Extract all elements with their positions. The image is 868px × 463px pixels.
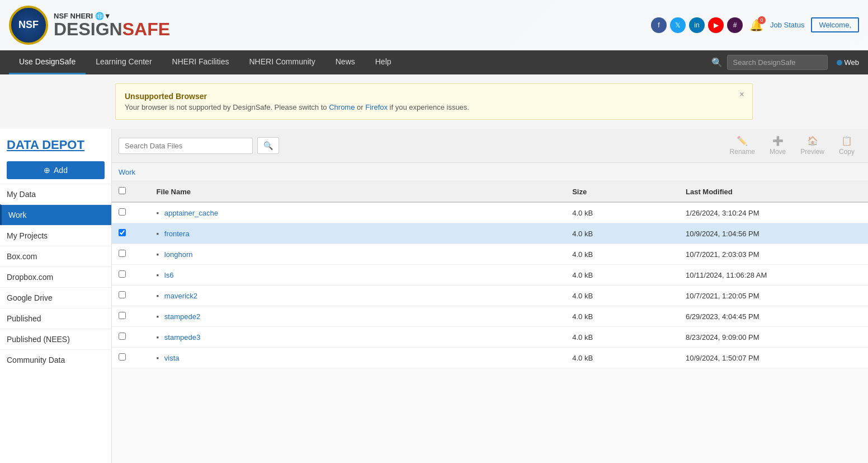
sidebar-item-dropbox[interactable]: Dropbox.com [0, 266, 111, 287]
row-checkbox-cell [112, 265, 150, 286]
linkedin-icon[interactable]: in [689, 17, 705, 33]
row-modified-cell: 6/29/2023, 4:04:45 PM [679, 306, 868, 327]
file-link[interactable]: vista [164, 354, 180, 362]
sidebar-item-my-data[interactable]: My Data [0, 184, 111, 204]
select-all-col [112, 181, 150, 202]
row-name-cell: ▪ apptainer_cache [150, 202, 566, 223]
table-row: ▪ stampede2 4.0 kB 6/29/2023, 4:04:45 PM [112, 306, 868, 327]
row-checkbox[interactable] [119, 250, 126, 257]
slack-icon[interactable]: # [727, 17, 743, 33]
search-icon[interactable]: 🔍 [711, 57, 723, 68]
table-row: ▪ vista 4.0 kB 10/9/2024, 1:50:07 PM [112, 348, 868, 368]
row-checkbox[interactable] [119, 353, 126, 361]
notification-bell[interactable]: 🔔 0 [749, 18, 763, 32]
row-checkbox-cell [112, 327, 150, 348]
sidebar-item-community-data[interactable]: Community Data [0, 349, 111, 370]
row-size-cell: 4.0 kB [565, 265, 679, 286]
file-link[interactable]: frontera [164, 230, 190, 238]
file-table: File Name Size Last Modified ▪ apptainer… [112, 181, 868, 368]
row-size-cell: 4.0 kB [565, 286, 679, 306]
chrome-link[interactable]: Chrome [329, 103, 355, 111]
nav-item-help[interactable]: Help [365, 50, 402, 74]
folder-icon: ▪ [157, 333, 159, 342]
sidebar-item-published-nees[interactable]: Published (NEES) [0, 329, 111, 349]
facebook-icon[interactable]: f [651, 17, 667, 33]
row-size-cell: 4.0 kB [565, 202, 679, 223]
size-header: Size [565, 181, 679, 202]
table-row: ▪ maverick2 4.0 kB 10/7/2021, 1:20:05 PM [112, 286, 868, 306]
copy-button[interactable]: 📋 Copy [832, 132, 861, 159]
table-row: ▪ ls6 4.0 kB 10/11/2024, 11:06:28 AM [112, 265, 868, 286]
search-input[interactable] [727, 55, 828, 70]
alert-banner: Unsupported Browser Your browser is not … [115, 83, 753, 120]
row-checkbox[interactable] [119, 229, 126, 236]
main-layout: DATA DEPOT ⊕ Add My Data Work My Project… [0, 129, 868, 463]
row-modified-cell: 10/7/2021, 1:20:05 PM [679, 286, 868, 306]
twitter-icon[interactable]: 𝕏 [670, 17, 686, 33]
sidebar-item-work[interactable]: Work [0, 204, 111, 225]
sidebar-item-google-drive[interactable]: Google Drive [0, 287, 111, 308]
nav-item-learning-center[interactable]: Learning Center [86, 50, 162, 74]
rename-icon: ✏️ [737, 135, 748, 146]
file-name-header: File Name [150, 181, 566, 202]
nsf-logo: NSF [9, 6, 48, 45]
table-header: File Name Size Last Modified [112, 181, 868, 202]
file-link[interactable]: apptainer_cache [164, 209, 218, 217]
move-button[interactable]: ➕ Move [763, 132, 792, 159]
nav-item-use-designsafe[interactable]: Use DesignSafe [9, 50, 86, 74]
header-left: NSF NSF NHERI 🌐▼ DESIGNSAFE [9, 6, 170, 45]
safe-text: SAFE [122, 19, 170, 39]
row-checkbox-cell [112, 286, 150, 306]
search-icon: 🔍 [263, 141, 273, 150]
sidebar-item-my-projects[interactable]: My Projects [0, 225, 111, 246]
preview-button[interactable]: 🏠 Preview [794, 132, 831, 159]
header-right: f 𝕏 in ▶ # 🔔 0 Job Status Welcome, [651, 17, 859, 33]
row-size-cell: 4.0 kB [565, 306, 679, 327]
sidebar-item-published[interactable]: Published [0, 308, 111, 329]
add-button[interactable]: ⊕ Add [7, 161, 105, 179]
file-link[interactable]: ls6 [164, 271, 174, 279]
row-checkbox[interactable] [119, 333, 126, 340]
file-link[interactable]: maverick2 [164, 292, 197, 300]
breadcrumb-link[interactable]: Work [119, 168, 135, 176]
alert-close-button[interactable]: × [739, 90, 744, 100]
file-link[interactable]: stampede2 [164, 312, 200, 321]
search-files-button[interactable]: 🔍 [257, 137, 279, 154]
nav-item-nheri-community[interactable]: NHERI Community [239, 50, 325, 74]
row-checkbox[interactable] [119, 312, 126, 319]
youtube-icon[interactable]: ▶ [708, 17, 724, 33]
row-size-cell: 4.0 kB [565, 348, 679, 368]
nav-item-nheri-facilities[interactable]: NHERI Facilities [162, 50, 239, 74]
row-checkbox[interactable] [119, 270, 126, 278]
notification-badge: 0 [758, 16, 766, 24]
row-checkbox-cell [112, 306, 150, 327]
select-all-checkbox[interactable] [119, 187, 126, 194]
search-files-input[interactable] [119, 138, 253, 154]
design-text: DESIGN [54, 19, 122, 39]
row-size-cell: 4.0 kB [565, 327, 679, 348]
row-checkbox[interactable] [119, 291, 126, 298]
sidebar-title: DATA DEPOT [0, 129, 111, 157]
sidebar-item-box[interactable]: Box.com [0, 246, 111, 266]
row-name-cell: ▪ ls6 [150, 265, 566, 286]
header: NSF NSF NHERI 🌐▼ DESIGNSAFE f 𝕏 in ▶ # 🔔… [0, 0, 868, 50]
row-checkbox-cell [112, 244, 150, 265]
alert-title: Unsupported Browser [125, 92, 730, 101]
welcome-button[interactable]: Welcome, [811, 17, 859, 32]
firefox-link[interactable]: Firefox [365, 103, 388, 111]
row-name-cell: ▪ vista [150, 348, 566, 368]
file-link[interactable]: longhorn [164, 250, 193, 259]
file-link[interactable]: stampede3 [164, 333, 200, 342]
row-modified-cell: 10/9/2024, 1:04:56 PM [679, 223, 868, 244]
row-checkbox-cell [112, 348, 150, 368]
row-name-cell: ▪ frontera [150, 223, 566, 244]
job-status-link[interactable]: Job Status [770, 21, 804, 29]
row-modified-cell: 8/23/2024, 9:09:00 PM [679, 327, 868, 348]
row-checkbox-cell [112, 202, 150, 223]
row-checkbox[interactable] [119, 208, 126, 216]
folder-icon: ▪ [157, 312, 159, 321]
nav-item-news[interactable]: News [326, 50, 365, 74]
rename-button[interactable]: ✏️ Rename [723, 132, 762, 159]
row-name-cell: ▪ stampede2 [150, 306, 566, 327]
row-modified-cell: 10/7/2021, 2:03:03 PM [679, 244, 868, 265]
